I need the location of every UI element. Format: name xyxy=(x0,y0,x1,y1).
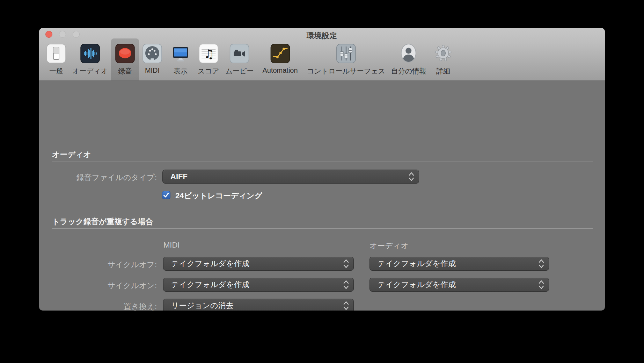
bit-depth-checkbox[interactable] xyxy=(162,191,170,199)
preferences-window: 環境設定 一般 xyxy=(39,28,605,311)
toolbar-tab-label: 一般 xyxy=(49,66,63,76)
chevron-up-down-icon xyxy=(539,280,544,289)
replace-label: 置き換え: xyxy=(52,301,157,311)
toolbar-tab-label: 表示 xyxy=(174,66,188,76)
chevron-up-down-icon xyxy=(409,172,414,181)
cycle-off-audio-dropdown[interactable]: テイクフォルダを作成 xyxy=(369,257,549,271)
audio-waveform-icon xyxy=(80,43,100,64)
toolbar-tab-display[interactable]: 表示 xyxy=(170,43,191,76)
toolbar-tab-automation[interactable]: Automation xyxy=(262,43,298,74)
desktop-background: 環境設定 一般 xyxy=(0,0,644,363)
section-divider xyxy=(52,162,593,162)
bit-depth-checkbox-label: 24ビットレコーディング xyxy=(175,191,262,201)
display-monitor-icon xyxy=(170,43,191,64)
file-type-label: 録音ファイルのタイプ: xyxy=(52,172,157,183)
toolbar-tab-general[interactable]: 一般 xyxy=(46,43,66,76)
toolbar-tab-movie[interactable]: ムービー xyxy=(226,43,254,76)
control-surfaces-icon xyxy=(336,43,356,64)
section-divider xyxy=(52,228,593,229)
general-icon xyxy=(46,43,66,64)
file-type-value: AIFF xyxy=(163,172,409,181)
audio-section-header: オーディオ xyxy=(52,149,91,160)
my-info-person-icon xyxy=(398,43,419,64)
toolbar-tab-label: ムービー xyxy=(226,66,254,76)
chevron-up-down-icon xyxy=(539,259,544,268)
cycle-off-midi-dropdown[interactable]: テイクフォルダを作成 xyxy=(163,257,354,271)
cycle-off-midi-value: テイクフォルダを作成 xyxy=(163,258,343,269)
overlap-section-header: トラック録音が重複する場合 xyxy=(52,216,153,227)
window-chrome: 環境設定 一般 xyxy=(39,28,605,81)
chevron-up-down-icon xyxy=(343,280,349,289)
toolbar-tab-label: コントロールサーフェス xyxy=(307,66,385,76)
toolbar-tab-label: 自分の情報 xyxy=(391,66,426,76)
toolbar-tab-advanced[interactable]: 詳細 xyxy=(433,43,453,76)
movie-camera-icon xyxy=(229,43,250,64)
toolbar-tab-control-surfaces[interactable]: コントロールサーフェス xyxy=(307,43,385,76)
toolbar-tab-recording[interactable]: 録音 xyxy=(115,43,135,76)
recording-pane: オーディオ 録音ファイルのタイプ: AIFF 24ビットレコーディング トラック… xyxy=(39,81,605,311)
replace-midi-dropdown[interactable]: リージョンの消去 xyxy=(163,299,354,311)
traffic-lights xyxy=(45,31,80,38)
close-button[interactable] xyxy=(45,31,52,38)
cycle-on-audio-value: テイクフォルダを作成 xyxy=(370,279,539,290)
file-type-dropdown[interactable]: AIFF xyxy=(162,170,419,184)
toolbar-tab-label: 録音 xyxy=(118,66,132,76)
toolbar-tab-label: スコア xyxy=(198,66,219,76)
chevron-up-down-icon xyxy=(343,301,349,310)
toolbar-tab-label: Automation xyxy=(262,66,298,74)
cycle-on-midi-dropdown[interactable]: テイクフォルダを作成 xyxy=(163,278,354,292)
replace-midi-value: リージョンの消去 xyxy=(163,300,343,311)
toolbar-tab-label: MIDI xyxy=(145,66,160,74)
svg-text:♫: ♫ xyxy=(204,47,214,61)
midi-column-header: MIDI xyxy=(163,241,180,250)
toolbar-tab-label: 詳細 xyxy=(436,66,450,76)
audio-column-header: オーディオ xyxy=(369,241,409,251)
cycle-on-label: サイクルオン: xyxy=(52,280,157,291)
chevron-up-down-icon xyxy=(343,259,349,268)
cycle-off-label: サイクルオフ: xyxy=(52,259,157,270)
cycle-off-audio-value: テイクフォルダを作成 xyxy=(370,258,539,269)
toolbar-tab-score[interactable]: ♫ スコア xyxy=(198,43,219,76)
toolbar-tab-audio[interactable]: オーディオ xyxy=(72,43,108,76)
toolbar-tab-label: オーディオ xyxy=(72,66,108,76)
minimize-button[interactable] xyxy=(59,31,66,38)
zoom-button[interactable] xyxy=(73,31,80,38)
midi-connector-icon xyxy=(142,43,162,64)
cycle-on-midi-value: テイクフォルダを作成 xyxy=(163,279,343,290)
cycle-on-audio-dropdown[interactable]: テイクフォルダを作成 xyxy=(369,278,549,292)
automation-icon xyxy=(270,43,290,64)
toolbar-tab-midi[interactable]: MIDI xyxy=(142,43,162,74)
checkmark-icon xyxy=(162,191,170,199)
score-note-icon: ♫ xyxy=(198,43,219,64)
record-icon xyxy=(115,43,135,64)
toolbar-tab-my-info[interactable]: 自分の情報 xyxy=(391,43,426,76)
advanced-gear-icon xyxy=(433,43,453,64)
